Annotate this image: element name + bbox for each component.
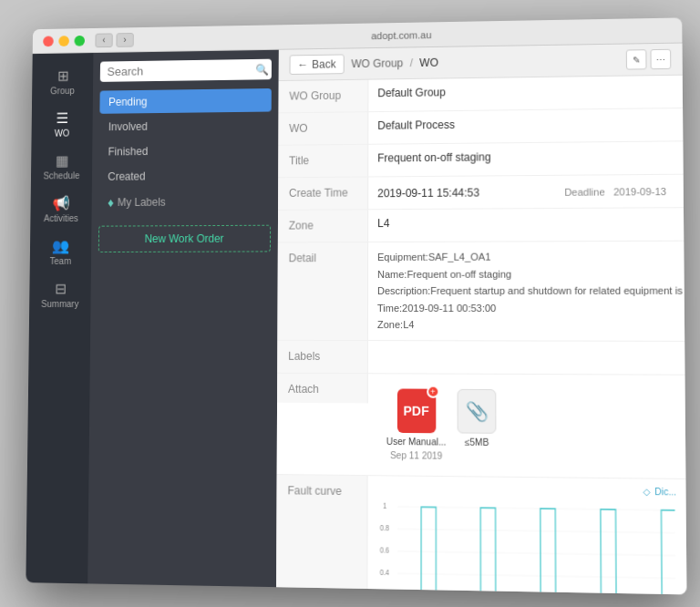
search-box[interactable]: 🔍 [100, 59, 272, 82]
create-time-text: 2019-09-11 15:44:53 [377, 186, 479, 200]
breadcrumb-sep: / [410, 57, 413, 69]
sidebar-item-schedule[interactable]: ▦ Schedule [31, 145, 93, 188]
wo-value: Default Process [368, 108, 683, 144]
title-label: Title [278, 145, 368, 178]
labels-label: Labels [277, 340, 368, 372]
sidebar-label-activities: Activities [44, 213, 78, 223]
deadline-badge: Deadline 2019-09-13 [564, 185, 674, 197]
chart-container: 1 0.8 0.6 0.4 0.2 [376, 497, 677, 594]
sidebar-item-group[interactable]: ⊞ Group [32, 60, 93, 103]
breadcrumb-parent[interactable]: WO Group [351, 57, 403, 70]
deadline-value: 2019-09-13 [613, 185, 666, 197]
svg-text:0.6: 0.6 [380, 545, 390, 554]
fault-curve-header: Fault curve ◇ Dic... [276, 475, 686, 595]
detail-value: Equipment:SAF_L4_OA1 Name:Frequent on-of… [368, 241, 687, 341]
sidebar-item-wo[interactable]: ☰ WO [31, 102, 92, 145]
attach-value: PDF + User Manual... Sep 11 2019 📎 ≤5MB [368, 374, 686, 478]
chart-legend-icon: ◇ [643, 486, 651, 496]
my-labels: ♦ My Labels [98, 189, 271, 215]
detail-row-create-time: Create Time 2019-09-11 15:44:53 Deadline… [278, 175, 684, 211]
group-icon: ⊞ [57, 67, 68, 85]
filter-involved[interactable]: Involved [99, 113, 272, 139]
main-content: ← Back WO Group / WO ✎ ⋯ WO Group D [276, 44, 686, 595]
sidebar: ⊞ Group ☰ WO ▦ Schedule 📢 Activities 👥 T… [26, 53, 93, 583]
svg-text:1: 1 [383, 500, 387, 509]
sidebar-item-activities[interactable]: 📢 Activities [30, 188, 92, 231]
more-button[interactable]: ⋯ [650, 49, 671, 69]
detail-line-3: Time:2019-09-11 00:53:00 [377, 300, 496, 315]
header-actions: ✎ ⋯ [626, 49, 672, 70]
sidebar-label-team: Team [50, 256, 72, 266]
back-button[interactable]: ← Back [290, 54, 345, 75]
detail-row-title: Title Frequent on-off staging [278, 141, 683, 178]
wo-icon: ☰ [56, 109, 68, 127]
attachment-clip[interactable]: 📎 ≤5MB [458, 388, 497, 461]
sidebar-label-group: Group [50, 86, 75, 96]
sidebar-label-schedule: Schedule [43, 170, 79, 180]
detail-row-fault-curve: Fault curve ◇ Dic... [276, 475, 686, 595]
minimize-button[interactable] [58, 36, 69, 46]
zone-label: Zone [278, 210, 368, 242]
wo-label: WO [278, 112, 368, 145]
detail-label: Detail [277, 242, 368, 339]
sidebar-item-summary[interactable]: ⊟ Summary [29, 273, 91, 316]
attach-label: Attach [277, 373, 368, 403]
zone-value: L4 [368, 208, 684, 242]
detail-line-4: Zone:L4 [377, 317, 415, 333]
attachment-pdf[interactable]: PDF + User Manual... Sep 11 2019 [386, 388, 447, 460]
detail-line-2: Description:Frequent startup and shutdow… [377, 283, 686, 298]
detail-line-1: Name:Frequent on-off staging [377, 266, 511, 282]
app-body: ⊞ Group ☰ WO ▦ Schedule 📢 Activities 👥 T… [26, 44, 686, 595]
sidebar-label-wo: WO [55, 129, 70, 139]
detail-line-0: Equipment:SAF_L4_OA1 [377, 250, 490, 265]
left-panel: 🔍 Pending Involved Finished Created ♦ My… [88, 50, 279, 587]
fault-curve-chart: 1 0.8 0.6 0.4 0.2 [376, 497, 677, 594]
pdf-badge: + [427, 385, 439, 397]
svg-line-7 [397, 550, 675, 555]
labels-value [368, 341, 685, 375]
new-wo-button[interactable]: New Work Order [98, 225, 271, 252]
my-labels-text: My Labels [118, 196, 166, 209]
sidebar-label-summary: Summary [41, 299, 78, 309]
label-dot-icon: ♦ [108, 195, 114, 210]
filter-created[interactable]: Created [99, 164, 272, 189]
wo-group-label: WO Group [279, 80, 369, 113]
detail-row-detail: Detail Equipment:SAF_L4_OA1 Name:Frequen… [277, 242, 685, 342]
summary-icon: ⊟ [55, 281, 67, 298]
sidebar-item-team[interactable]: 👥 Team [30, 231, 92, 273]
back-arrow-icon: ← [297, 58, 308, 71]
create-time-value: 2019-09-11 15:44:53 Deadline 2019-09-13 [368, 175, 684, 210]
edit-button[interactable]: ✎ [626, 49, 647, 69]
app-window: ‹ › adopt.com.au ⊞ Group ☰ WO ▦ Schedule… [26, 17, 686, 594]
svg-text:0.8: 0.8 [380, 523, 390, 532]
search-icon: 🔍 [255, 63, 269, 76]
detail-row-wo: WO Default Process [278, 108, 683, 146]
browser-nav: ‹ › [95, 33, 133, 47]
svg-line-8 [397, 573, 675, 578]
browser-forward-btn[interactable]: › [116, 33, 133, 47]
search-input[interactable] [107, 63, 255, 78]
wo-detail: WO Group Default Group WO Default Proces… [276, 76, 686, 595]
maximize-button[interactable] [75, 35, 86, 46]
svg-line-5 [397, 506, 674, 509]
detail-row-wo-group: WO Group Default Group [279, 76, 683, 114]
schedule-icon: ▦ [55, 152, 68, 170]
chart-legend: ◇ Dic... [643, 486, 676, 497]
traffic-lights [43, 35, 85, 46]
url-bar[interactable]: adopt.com.au [140, 25, 671, 45]
team-icon: 👥 [52, 238, 69, 255]
attachment-pdf-name: User Manual... [386, 436, 447, 447]
breadcrumb-current: WO [419, 57, 438, 69]
browser-back-btn[interactable]: ‹ [95, 33, 112, 47]
close-button[interactable] [43, 36, 54, 46]
attachment-clip-name: ≤5MB [465, 437, 489, 447]
filter-finished[interactable]: Finished [99, 139, 272, 163]
activities-icon: 📢 [52, 195, 69, 212]
svg-line-6 [397, 529, 675, 532]
deadline-label: Deadline [564, 186, 605, 197]
filter-pending[interactable]: Pending [99, 88, 271, 114]
attachment-pdf-date: Sep 11 2019 [390, 450, 442, 461]
detail-row-attach: Attach PDF + User Manual... Sep 11 2019 [277, 373, 686, 478]
breadcrumb: WO Group / WO [351, 57, 438, 70]
chart-legend-text: Dic... [654, 486, 676, 497]
